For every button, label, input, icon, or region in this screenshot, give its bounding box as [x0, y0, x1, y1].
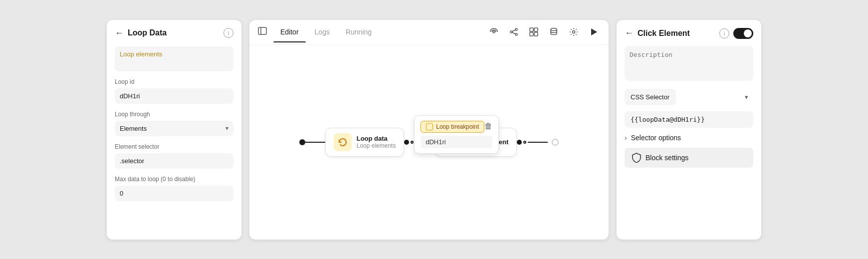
loop-id-label: Loop id: [115, 78, 233, 85]
signal-icon[interactable]: [487, 25, 501, 39]
block-settings-label: Block settings: [646, 154, 688, 162]
toggle-knob: [744, 29, 752, 37]
settings-icon[interactable]: [567, 25, 581, 39]
start-dot: [299, 139, 305, 145]
loop-through-label: Loop through: [115, 111, 233, 118]
back-arrow-icon[interactable]: ←: [115, 28, 124, 38]
connector-2: [517, 140, 548, 145]
right-panel: ← Click Element i CSS Selector XPath Tex…: [617, 20, 761, 240]
editor-toolbar: [487, 25, 601, 39]
svg-rect-0: [258, 27, 266, 34]
middle-panel: Editor Logs Running: [249, 20, 609, 240]
loop-elements-value: Loop elements: [115, 46, 233, 71]
element-selector-label: Element selector: [115, 143, 233, 150]
selector-options-row[interactable]: › Selector options: [625, 134, 753, 142]
svg-point-12: [551, 28, 557, 31]
editor-canvas: Loop data Loop elements: [249, 45, 609, 240]
tab-running[interactable]: Running: [339, 22, 379, 42]
breakpoint-label: Loop breakpoint: [436, 123, 479, 130]
css-selector-select[interactable]: CSS Selector XPath Text: [625, 89, 676, 105]
breakpoint-tag-icon: [426, 123, 433, 130]
element-selector-field: Element selector: [115, 143, 233, 169]
toggle-switch[interactable]: [733, 28, 753, 39]
max-data-field: Max data to loop (0 to disable): [115, 176, 233, 201]
svg-point-5: [515, 33, 517, 35]
loop-data-icon: [334, 133, 352, 151]
loop-data-title: Loop data: [357, 135, 396, 142]
connector-dot-2: [517, 140, 522, 145]
connector-circle-1: [411, 141, 414, 144]
svg-point-13: [573, 31, 575, 33]
description-textarea[interactable]: [625, 46, 753, 81]
panel-header: ← Loop Data i: [115, 28, 233, 38]
max-data-label: Max data to loop (0 to disable): [115, 176, 233, 183]
breakpoint-value: dDH1ri: [421, 136, 492, 148]
connector-line-2: [528, 142, 548, 143]
svg-rect-9: [534, 28, 538, 31]
breakpoint-popup: Loop breakpoint 🗑 dDH1ri: [414, 115, 499, 154]
loop-through-select-wrapper: Elements Items Rows ▾: [115, 121, 233, 136]
tab-editor[interactable]: Editor: [273, 22, 306, 42]
grid-icon[interactable]: [527, 25, 541, 39]
loop-data-chip: {{loopData@dDH1ri}}: [625, 111, 753, 128]
svg-point-2: [493, 31, 495, 33]
max-data-input[interactable]: [115, 186, 233, 201]
right-back-arrow-icon[interactable]: ←: [625, 28, 634, 38]
end-dot: [552, 139, 559, 146]
share-icon[interactable]: [507, 25, 521, 39]
loop-id-input[interactable]: [115, 88, 233, 104]
left-panel: ← Loop Data i Loop elements Loop id Loop…: [107, 20, 241, 240]
loop-data-node[interactable]: Loop data Loop elements: [325, 128, 405, 157]
svg-line-7: [512, 32, 515, 34]
svg-rect-10: [530, 32, 533, 36]
start-line: [305, 142, 325, 143]
breakpoint-tag: Loop breakpoint: [421, 121, 484, 133]
svg-rect-8: [530, 28, 533, 31]
info-icon[interactable]: i: [223, 28, 233, 38]
panel-title: Loop Data: [128, 28, 219, 37]
breakpoint-delete-button[interactable]: 🗑: [484, 122, 492, 131]
svg-point-3: [515, 28, 517, 30]
svg-rect-11: [534, 32, 538, 36]
loop-id-field: Loop id: [115, 78, 233, 104]
loop-data-text: Loop data Loop elements: [357, 135, 396, 149]
css-selector-wrapper: CSS Selector XPath Text: [625, 89, 753, 105]
selector-options-label: Selector options: [631, 134, 681, 142]
run-button[interactable]: [587, 25, 601, 39]
svg-marker-14: [591, 28, 597, 35]
tab-logs[interactable]: Logs: [308, 22, 337, 42]
connector-dot-1: [404, 140, 409, 145]
svg-point-4: [510, 31, 512, 33]
editor-tabs-bar: Editor Logs Running: [249, 20, 609, 45]
right-panel-title: Click Element: [638, 29, 715, 38]
element-selector-input[interactable]: [115, 153, 233, 169]
shield-icon: [632, 153, 642, 163]
loop-data-subtitle: Loop elements: [357, 142, 396, 149]
loop-through-select[interactable]: Elements Items Rows: [115, 121, 233, 136]
loop-through-field: Loop through Elements Items Rows ▾: [115, 111, 233, 136]
sidebar-toggle-icon[interactable]: [257, 26, 267, 38]
connector-circle-2: [523, 141, 526, 144]
chevron-right-icon: ›: [625, 134, 627, 142]
block-settings-button[interactable]: Block settings: [625, 148, 753, 168]
right-header: ← Click Element i: [625, 28, 753, 39]
start-connector: [299, 139, 325, 145]
svg-line-6: [512, 30, 515, 31]
flow-container: Loop data Loop elements: [299, 128, 559, 157]
database-icon[interactable]: [547, 25, 561, 39]
loop-elements-field: Loop elements: [115, 46, 233, 71]
right-info-icon[interactable]: i: [719, 28, 729, 38]
